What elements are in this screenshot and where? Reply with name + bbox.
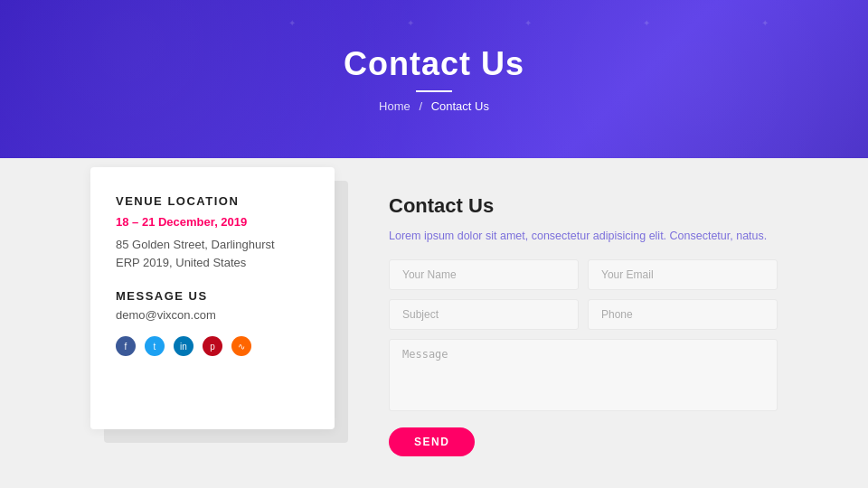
phone-input[interactable] — [588, 299, 778, 330]
venue-card-wrapper: VENUE LOCATION 18 – 21 December, 2019 85… — [90, 194, 335, 452]
form-title: Contact Us — [389, 194, 778, 218]
address-line2: ERP 2019, United States — [116, 256, 246, 269]
hero-divider — [416, 90, 452, 92]
breadcrumb-home[interactable]: Home — [379, 99, 410, 113]
message-textarea[interactable] — [389, 339, 778, 411]
venue-card: VENUE LOCATION 18 – 21 December, 2019 85… — [90, 167, 335, 429]
breadcrumb: Home / Contact Us — [379, 99, 489, 113]
main-content: VENUE LOCATION 18 – 21 December, 2019 85… — [0, 158, 868, 488]
linkedin-icon[interactable]: in — [174, 336, 193, 356]
send-button[interactable]: SEND — [389, 427, 475, 456]
breadcrumb-separator: / — [419, 99, 422, 113]
address-line1: 85 Golden Street, Darlinghurst — [116, 238, 275, 251]
email-input[interactable] — [588, 259, 778, 290]
pinterest-icon[interactable]: p — [203, 336, 222, 356]
form-description: Lorem ipsum dolor sit amet, consectetur … — [389, 227, 778, 245]
venue-title: VENUE LOCATION — [116, 194, 309, 208]
facebook-icon[interactable]: f — [116, 336, 136, 356]
rss-icon[interactable]: ∿ — [231, 336, 251, 356]
venue-email: demo@vixcon.com — [116, 308, 309, 322]
page-title: Contact Us — [344, 45, 524, 83]
name-input[interactable] — [389, 259, 579, 290]
message-title: MESSAGE US — [116, 289, 309, 303]
venue-address: 85 Golden Street, Darlinghurst ERP 2019,… — [116, 236, 309, 271]
venue-date: 18 – 21 December, 2019 — [116, 215, 309, 229]
breadcrumb-current: Contact Us — [431, 99, 489, 113]
name-email-row — [389, 259, 778, 290]
contact-form-section: Contact Us Lorem ipsum dolor sit amet, c… — [389, 194, 778, 452]
subject-input[interactable] — [389, 299, 579, 330]
twitter-icon[interactable]: t — [145, 336, 165, 356]
subject-phone-row — [389, 299, 778, 330]
social-icons: f t in p ∿ — [116, 336, 309, 356]
hero-section: Contact Us Home / Contact Us — [0, 0, 868, 158]
